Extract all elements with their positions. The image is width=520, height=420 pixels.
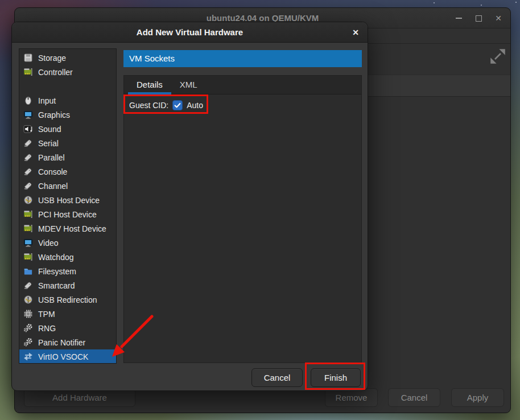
sidebar-item-label: RNG [38, 324, 56, 333]
hardware-type-list: StorageControllerInputGraphicsSoundSeria… [19, 48, 117, 364]
sidebar-item-label: USB Redirection [38, 295, 97, 304]
sidebar-item-label: Smartcard [38, 281, 75, 290]
sidebar-item-usb-redirection[interactable]: USB Redirection [19, 293, 116, 307]
dialog-titlebar[interactable]: Add New Virtual Hardware ✕ [12, 22, 368, 43]
add-hardware-dialog: Add New Virtual Hardware ✕ StorageContro… [11, 22, 368, 391]
folder-icon [23, 266, 33, 276]
wallpaper-star [434, 2, 435, 3]
speaker-icon [23, 124, 33, 134]
check-icon [174, 101, 181, 109]
pci-card-icon [23, 67, 33, 77]
sidebar-item-smartcard[interactable]: Smartcard [19, 278, 116, 293]
sidebar-item-controller[interactable]: Controller [19, 65, 116, 79]
desktop-wallpaper: ubuntu24.04 on QEMU/KVM ✕ Add Hardware R… [0, 0, 520, 420]
apply-button[interactable]: Apply [451, 388, 504, 407]
tab-details[interactable]: Details [128, 76, 171, 94]
sidebar-item-serial[interactable]: Serial [19, 136, 116, 150]
auto-checkbox[interactable] [172, 100, 183, 110]
sidebar-item-label: Storage [38, 53, 66, 63]
sidebar-item-virtio-vsock[interactable]: VirtIO VSOCK [19, 349, 116, 364]
vsock-arrows-icon [23, 352, 33, 361]
sidebar-item-label: Parallel [38, 153, 65, 162]
sidebar-item-label: Input [38, 96, 56, 105]
sidebar-item-filesystem[interactable]: Filesystem [19, 264, 116, 278]
sidebar-item-input[interactable]: Input [19, 93, 116, 108]
maximize-icon[interactable] [472, 12, 485, 24]
dialog-title: Add New Virtual Hardware [137, 27, 243, 37]
sidebar-item-label: TPM [38, 310, 55, 319]
tab-bar: Details XML [124, 76, 361, 94]
serial-connector-icon [23, 181, 33, 191]
sidebar-item-usb-host-device[interactable]: USB Host Device [19, 193, 116, 207]
sidebar-item-label: Graphics [38, 110, 70, 120]
sidebar-item-label: MDEV Host Device [38, 224, 106, 233]
minimize-icon[interactable] [452, 12, 465, 24]
vm-cancel-button[interactable]: Cancel [388, 388, 440, 407]
serial-connector-icon [23, 167, 33, 176]
sidebar-item-label: Watchdog [38, 253, 74, 262]
sidebar-item-label: Serial [38, 139, 59, 148]
sidebar-item-parallel[interactable]: Parallel [19, 150, 116, 164]
guest-cid-row: Guest CID: Auto [124, 94, 361, 110]
sidebar-item-label: Panic Notifier [38, 338, 85, 347]
pci-card-icon [23, 252, 33, 262]
sidebar-item-label: Video [38, 238, 59, 248]
sidebar-item-label: PCI Host Device [38, 210, 97, 219]
monitor-icon [23, 238, 33, 248]
pci-card-icon [23, 224, 33, 233]
sidebar-item-console[interactable]: Console [19, 164, 116, 179]
sidebar-item-tpm[interactable]: TPM [19, 307, 116, 321]
serial-connector-icon [23, 138, 33, 148]
panel-header: VM Sockets [123, 50, 362, 67]
sidebar-item-blank [19, 79, 116, 93]
serial-connector-icon [23, 281, 33, 290]
sidebar-item-mdev-host-device[interactable]: MDEV Host Device [19, 221, 116, 236]
sidebar-item-storage[interactable]: Storage [19, 51, 116, 65]
guest-cid-label: Guest CID: [129, 101, 168, 110]
sidebar-item-label: Filesystem [38, 267, 76, 276]
sidebar-item-panic-notifier[interactable]: Panic Notifier [19, 335, 116, 349]
expand-diagonal-icon[interactable] [489, 48, 506, 65]
wallpaper-star [481, 5, 482, 6]
dialog-close-icon[interactable]: ✕ [348, 25, 363, 40]
sidebar-item-video[interactable]: Video [19, 236, 116, 250]
sidebar-item-label: Sound [38, 125, 61, 134]
wallpaper-star [515, 2, 517, 3]
no-icon [23, 81, 33, 91]
sidebar-item-sound[interactable]: Sound [19, 122, 116, 136]
usb-icon [23, 295, 33, 304]
sidebar-item-label: Controller [38, 68, 73, 77]
sidebar-item-channel[interactable]: Channel [19, 179, 116, 193]
cancel-button[interactable]: Cancel [251, 368, 303, 387]
mouse-icon [23, 96, 33, 105]
sidebar-item-label: Channel [38, 182, 68, 191]
close-icon[interactable]: ✕ [492, 12, 505, 24]
disk-icon [23, 53, 33, 63]
panel-header-label: VM Sockets [129, 53, 175, 63]
chip-icon [23, 309, 33, 319]
sidebar-item-label: USB Host Device [38, 196, 100, 205]
sidebar-item-watchdog[interactable]: Watchdog [19, 250, 116, 264]
monitor-icon [23, 110, 33, 120]
sidebar-item-pci-host-device[interactable]: PCI Host Device [19, 207, 116, 221]
serial-connector-icon [23, 153, 33, 162]
usb-icon [23, 195, 33, 205]
finish-button[interactable]: Finish [311, 368, 361, 387]
pci-card-icon [23, 209, 33, 219]
sidebar-item-label: VirtIO VSOCK [38, 352, 88, 361]
sidebar-item-rng[interactable]: RNG [19, 321, 116, 335]
panel-frame: Details XML Guest CID: Auto [123, 75, 362, 363]
tab-xml[interactable]: XML [171, 76, 206, 94]
sidebar-item-label: Console [38, 167, 67, 176]
gears-icon [23, 323, 33, 333]
sidebar-item-graphics[interactable]: Graphics [19, 108, 116, 122]
gears-icon [23, 337, 33, 347]
auto-label: Auto [187, 101, 203, 110]
